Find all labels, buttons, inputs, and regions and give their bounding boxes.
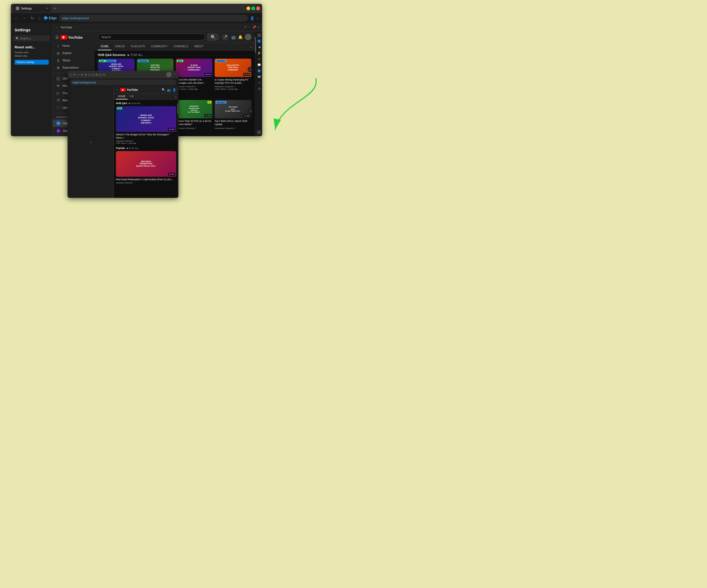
tabs-more-icon[interactable]: › — [250, 43, 251, 50]
back-button[interactable]: ← — [13, 15, 20, 21]
badge-qa-1: Q&A — [99, 60, 105, 62]
small-nav-icon-8[interactable]: ⊞ — [95, 73, 98, 76]
tab-videos[interactable]: VIDEOS — [112, 43, 128, 50]
small-play-all-popular[interactable]: ▶ PLAY ALL — [127, 147, 139, 149]
small-nav-icon-3[interactable]: ☆ — [77, 73, 80, 76]
yt-scrollbar[interactable] — [255, 31, 256, 136]
badge-hardware-4: Hardware — [216, 60, 227, 62]
sidebar-icon-9[interactable]: ✏ — [257, 80, 261, 85]
small-nav-icon-5[interactable]: ⬇ — [85, 73, 87, 76]
forward-button[interactable]: → — [22, 15, 28, 21]
sidebar-add-button[interactable]: + — [257, 130, 261, 135]
sidebar-item-home[interactable]: ⌂ Home — [53, 42, 95, 49]
sidebar-icon-8[interactable]: W — [257, 75, 261, 79]
tab-channels[interactable]: CHANNELS — [171, 43, 191, 50]
address-input[interactable]: edge://settings/reset — [59, 14, 248, 22]
small-video-card-2[interactable]: RED DEADREDEMPTIONBOOST FPS BY 40%+ 22:2… — [116, 151, 176, 184]
sidebar-item-subscriptions[interactable]: ⊕ Subscriptions — [53, 64, 95, 71]
small-left-panel: › ⋮ — [68, 87, 113, 198]
search-input[interactable]: Search — [98, 34, 205, 40]
cast-icon[interactable]: 📺 — [231, 35, 236, 39]
carousel-arrow-2[interactable]: › — [247, 108, 253, 113]
yt-pin-icon[interactable]: 📌 — [252, 25, 256, 29]
yt-external-icon[interactable]: ↗ — [244, 25, 246, 29]
small-play-all-label-popular: PLAY ALL — [129, 147, 139, 149]
settings-search[interactable]: 🔍 Search s... — [13, 35, 50, 41]
small-tabs-more[interactable]: › — [175, 94, 176, 99]
sidebar-item-explore[interactable]: ◎ Explore — [53, 49, 95, 57]
small-nav-icon-9[interactable]: ◫ — [99, 73, 102, 76]
close-button[interactable] — [256, 6, 260, 10]
small-nav-icon-4[interactable]: ◎ — [81, 73, 83, 76]
tab-about[interactable]: ABOUT — [192, 43, 206, 50]
restore-button[interactable]: Restore settings — [14, 60, 48, 65]
small-tab-videos[interactable]: VID — [128, 94, 136, 99]
video-card-3[interactable]: IS NOWWORSE THANTURING ERA? Q&A 30:42 Wo… — [176, 59, 212, 90]
sidebar-label-subscriptions: Subscriptions — [62, 66, 79, 69]
video-card-7[interactable]: HOW MANYFRAMES PERSECONDDO YOU NEED? 60 … — [176, 100, 212, 129]
collapse-arrow[interactable]: › — [90, 140, 91, 144]
avatar-dave2d: D — [56, 128, 61, 133]
small-video-meta-2: Hardware Unboxed ✓ — [116, 182, 176, 184]
sidebar-icon-3[interactable]: ◀ — [257, 45, 261, 49]
minimize-button[interactable] — [246, 6, 250, 10]
verified-icon-3: ✓ — [195, 85, 197, 88]
home-button[interactable]: ⌂ — [37, 15, 42, 21]
search-button[interactable]: 🔍 — [208, 34, 219, 40]
sidebar-icon-2[interactable]: 🔵 — [257, 39, 261, 43]
badge-hardware-1: Hardware — [105, 60, 116, 62]
small-search-icon[interactable]: 🔍 — [162, 88, 165, 92]
new-tab-button[interactable]: + — [52, 5, 58, 11]
small-nav-icon-7[interactable]: ◫ — [92, 73, 94, 76]
badge-hardware-8: Hardware — [216, 101, 227, 103]
resize-handle[interactable]: ⋮ — [111, 142, 113, 145]
small-nav-icon-1[interactable]: ⬡ — [70, 73, 72, 76]
tab-community[interactable]: COMMUNITY — [148, 43, 170, 50]
play-all-qa-label: PLAY ALL — [131, 54, 143, 57]
small-nav-icon-2[interactable]: ↻ — [73, 73, 76, 76]
tab-label: Settings — [21, 7, 32, 10]
small-play-all-qa[interactable]: ▶ PLAY ALL — [129, 102, 141, 105]
tab-home[interactable]: HOME — [98, 43, 111, 50]
sidebar-icon-4[interactable]: ⚡ — [257, 51, 261, 55]
tab-close-btn[interactable]: × — [46, 6, 48, 10]
sidebar-icon-1[interactable]: ⬛ — [257, 33, 261, 37]
video-card-8[interactable]: TOP 5 BESTGPUsTO BUY RIGHT NO... Hardwar… — [214, 100, 251, 129]
yt-back-icon[interactable]: ← — [56, 26, 58, 29]
small-address-input[interactable]: edge//settings/reset — [70, 79, 176, 85]
your-videos-icon: ▷ — [56, 91, 60, 95]
play-all-qa-button[interactable]: ▶ PLAY ALL — [128, 54, 143, 57]
reset-section: Reset setti... Restore setti... default … — [11, 43, 53, 67]
tab-playlists[interactable]: PLAYLISTS — [128, 43, 148, 50]
sidebar-icon-10[interactable]: ⊟ — [257, 87, 261, 91]
hamburger-icon[interactable]: ☰ — [56, 35, 59, 39]
small-cast-icon[interactable]: 📺 — [167, 88, 171, 92]
sidebar-icon-7[interactable]: 🔵 — [257, 69, 261, 73]
refresh-button[interactable]: ↻ — [30, 15, 35, 21]
user-avatar[interactable] — [245, 34, 251, 40]
small-yt-icons: 🔍 📺 👤 — [162, 88, 176, 92]
sidebar-icon-6[interactable]: 💬 — [257, 63, 261, 67]
explore-icon: ◎ — [56, 51, 60, 55]
video-card-4[interactable]: HAS CRYPTOF'ED GPUsFOREVER? Hardware 27:… — [214, 59, 251, 90]
small-nav-icon-6[interactable]: ⊙ — [88, 73, 91, 76]
mic-button[interactable]: 🎤 — [222, 34, 229, 40]
profile-icon[interactable]: 👤 — [250, 16, 254, 20]
yt-close-icon[interactable]: × — [258, 26, 260, 29]
sidebar-icon-5[interactable]: ● — [257, 57, 261, 61]
yt-logo[interactable]: YouTube — [61, 35, 83, 39]
carousel-arrow-1[interactable]: › — [247, 67, 253, 72]
sidebar-item-shorts[interactable]: § Shorts — [53, 57, 95, 64]
small-nav-icon-10[interactable]: ⊡ — [103, 73, 105, 76]
maximize-button[interactable] — [251, 6, 255, 10]
yt-more-icon[interactable]: ⋯ — [248, 25, 251, 29]
small-profile-avatar[interactable] — [166, 72, 172, 77]
small-tab-home[interactable]: HOME — [116, 94, 128, 99]
small-video-card-1[interactable]: WHEN AREBUDGET GPUSCOMING?(NEVER?) Q&A 3… — [116, 106, 176, 144]
settings-icon[interactable]: ⋯ — [256, 16, 260, 20]
small-yt-back-icon[interactable]: ← — [116, 89, 119, 91]
bell-icon[interactable]: 🔔 — [238, 35, 243, 39]
small-more-icon[interactable]: ⋯ — [173, 73, 176, 76]
small-avatar[interactable]: 👤 — [172, 88, 176, 92]
settings-tab[interactable]: ⚙ Settings × — [13, 5, 51, 12]
